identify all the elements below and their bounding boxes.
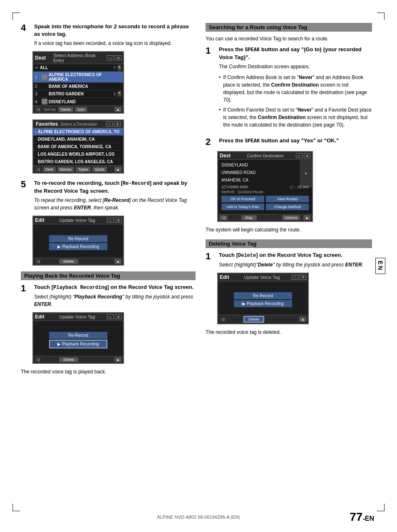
fav-header-icons: ▭ ⊞ [106, 122, 121, 127]
dest-forward-btn[interactable]: ▲ [303, 215, 310, 220]
delete-btn-1[interactable]: Delete [59, 259, 78, 264]
step-delete-1-body: Select (highlight)"Delete" by tilting th… [219, 261, 372, 268]
right-step-1-content: Press the SPEAK button and say "(Go to) … [219, 46, 372, 133]
bullet-1: If Confirm Address Book is set to "Never… [219, 74, 372, 104]
delete-keyword: Delete [238, 253, 256, 259]
step-4: 4 Speak into the microphone for 2 second… [21, 23, 196, 47]
screen-icon-2: ⊞ [115, 55, 122, 60]
footer-text: ALPINE NVD-A802 68-06194Z86-A (EN) [0, 515, 397, 520]
step-playback-1-body: Select (highlight) "Playback Recording" … [34, 293, 196, 308]
edit-screen-1: Edit Update Voice Tag ▭ ⊞ Re-Record ▶ Pl… [32, 216, 124, 266]
dest-screen-body: DISNEYLAND UNNAMED ROAD ANAHEIM, CA ▼ 1(… [218, 160, 312, 214]
sort-name-btn[interactable]: Name [58, 107, 73, 112]
favorites-header: Favorites Select a Destination ▭ ⊞ [33, 120, 123, 128]
edit-body-1: Re-Record ▶ Playback Recording [33, 224, 123, 258]
edit-screen-2: Edit Update Voice Tag ▭ ⊞ Re-Record ▶ Pl… [32, 312, 124, 364]
dest-address-block: DISNEYLAND UNNAMED ROAD ANAHEIM, CA [221, 162, 298, 185]
fav-back-btn[interactable]: ◁ [35, 167, 41, 172]
dest-phone: 1(714)999-4000 [221, 185, 248, 189]
edit-icon-1: ▭ [107, 218, 114, 223]
ok-to-proceed-btn[interactable]: OK to Proceed [221, 196, 264, 202]
edit-forward-btn-2[interactable]: ▲ [114, 357, 122, 362]
screen-header-icons: ▭ ⊞ [107, 55, 122, 60]
edit-body-delete: Re-Record ▶ Playback Recording [218, 281, 308, 315]
two-column-layout: 4 Speak into the microphone for 2 second… [21, 23, 372, 375]
dest-label: Dest [35, 55, 52, 61]
edit-forward-btn-1[interactable]: ▲ [114, 259, 122, 264]
dest-btn-row-1: OK to Proceed View Routes [221, 196, 309, 202]
section-playback-container: Playing Back the Recorded Voice Tag [21, 271, 196, 280]
dest-body-inner: DISNEYLAND UNNAMED ROAD ANAHEIM, CA ▼ [221, 162, 309, 185]
step-delete-1: 1 Touch [Delete] on the Record Voice Tag… [206, 251, 372, 268]
dest-map-preview: ▼ [300, 160, 312, 187]
fav-dest-btn[interactable]: Dest [43, 167, 56, 172]
edit-icon-3: ▭ [107, 314, 114, 319]
playback-btn-delete[interactable]: ▶ Playback Recording [234, 300, 292, 307]
edit-back-btn-1[interactable]: ◁ [35, 259, 41, 264]
re-record-keyword: Re-Record [123, 181, 150, 186]
playback-btn-2[interactable]: ▶ Playback Recording [49, 340, 107, 348]
right-step-2: 2 Press the SPEAK button and say "Yes" o… [206, 137, 372, 147]
playback-note: The recorded voice tag is played back. [21, 368, 196, 375]
delete-btn-2[interactable]: Delete [59, 357, 78, 362]
rerecord-btn-2[interactable]: Re-Record [49, 332, 107, 339]
dest-screen-title: Confirm Destination [235, 154, 296, 158]
forward-btn[interactable]: ▲ [114, 107, 122, 112]
edit-label-delete: Edit [220, 274, 232, 280]
fav-spots-btn[interactable]: Spots [92, 167, 107, 172]
dest-map-btn[interactable]: Map [241, 215, 257, 220]
step-5-body: To repeat the recording, select [Re-Reco… [34, 196, 196, 211]
row-icon-1: 🔊 [42, 74, 47, 80]
add-to-plan-btn[interactable]: Add to Today's Plan [221, 204, 264, 210]
edit-title-2: Update Voice Tag [47, 314, 107, 319]
step-delete-1-content: Touch [Delete] on the Record Voice Tag s… [219, 251, 372, 268]
edit-icons-2: ▭ ⊞ [107, 314, 122, 319]
fav-row-1: • ALPINE ELECTRONICS OF AMERICA, TO [33, 128, 123, 136]
edit-back-btn-2[interactable]: ◁ [35, 357, 41, 362]
right-column: Searching for a Route using Voice Tag Yo… [206, 23, 372, 375]
step-5-content: To re-record the recording, touch [Re-Re… [34, 179, 196, 211]
edit-icon-4: ⊞ [115, 314, 122, 319]
row-icon-4: 🔊 [42, 99, 47, 104]
back-btn[interactable]: ◁ [35, 107, 41, 112]
screen-address-book: Dest Select Address Book Entry ▭ ⊞ ↩ ALL… [32, 51, 124, 114]
dest-back-btn[interactable]: ◁ [220, 215, 228, 220]
fav-forward-btn[interactable]: ▲ [114, 167, 122, 172]
step-5: 5 To re-record the recording, touch [Re-… [21, 179, 196, 211]
dest-distance: ◻→ ◻→ 22.9mi22.9mi [290, 185, 309, 189]
section-playback-header: Playing Back the Recorded Voice Tag [21, 271, 196, 280]
side-language-label: EN [375, 258, 385, 274]
step-4-content: Speak into the microphone for 2 seconds … [34, 23, 196, 47]
screen-address-book-footer: ◁ Sort by: Name Icon ▲ [33, 106, 123, 113]
delete-btn-delete[interactable]: Delete [243, 316, 264, 323]
rerecord-btn-1[interactable]: Re-Record [49, 235, 107, 242]
right-step-1: 1 Press the SPEAK button and say "(Go to… [206, 46, 372, 133]
edit-label-2: Edit [35, 314, 47, 320]
section-search-header: Searching for a Route using Voice Tag [206, 23, 372, 32]
view-routes-btn[interactable]: View Routes [266, 196, 309, 202]
sort-icon-btn[interactable]: Icon [75, 107, 87, 112]
right-step-1-number: 1 [206, 46, 217, 56]
route-note: The system will begin calculating the ro… [206, 226, 372, 234]
edit-forward-btn-delete[interactable]: ▲ [299, 317, 306, 322]
dest-options-btn[interactable]: Options [282, 215, 300, 220]
fav-footer: ◁ Dest Names Types Spots ▲ [33, 166, 123, 173]
change-method-btn[interactable]: Change Method [266, 204, 309, 210]
fav-types-btn[interactable]: Types [76, 167, 91, 172]
right-step-1-title: Press the SPEAK button and say "(Go to) … [219, 46, 372, 61]
screen-icon-1: ▭ [107, 55, 114, 60]
all-count: 7 [114, 66, 116, 70]
dest-info-row: 1(714)999-4000 ◻→ ◻→ 22.9mi22.9mi [221, 185, 309, 189]
corner-mark-bl [12, 504, 20, 511]
fav-names-btn[interactable]: Names [57, 167, 74, 172]
rerecord-btn-delete[interactable]: Re-Record [234, 292, 292, 299]
all-label: ALL [40, 65, 112, 70]
dest-screen-label: Dest [220, 153, 235, 159]
edit-back-btn-delete[interactable]: ◁ [220, 317, 226, 322]
dest-address-line2: UNNAMED ROAD [221, 170, 298, 176]
left-column: 4 Speak into the microphone for 2 second… [21, 23, 196, 375]
playback-btn-1[interactable]: ▶ Playback Recording [49, 243, 107, 250]
step-delete-1-number: 1 [206, 251, 217, 261]
right-step-1-body: The Confirm Destination screen appears. [219, 63, 372, 70]
corner-mark-tl [12, 12, 20, 20]
